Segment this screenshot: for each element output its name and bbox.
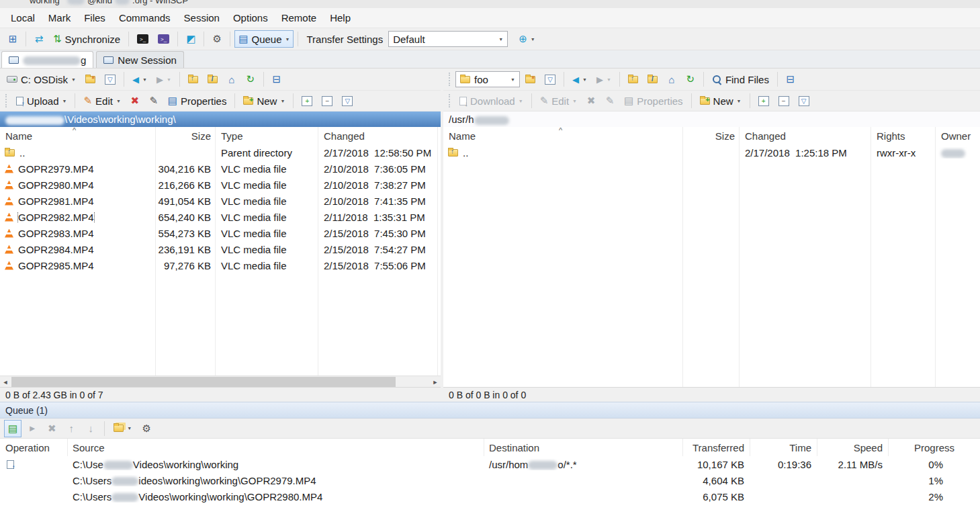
file-row[interactable]: GOPR2980.MP4216,266 KBVLC media file2/10… <box>0 177 441 193</box>
synchronize-button[interactable]: ⇅Synchronize <box>49 30 124 48</box>
remote-unselect-files-button[interactable]: − <box>774 92 793 109</box>
local-column-changed[interactable]: Changed <box>318 130 441 142</box>
transfer-options-button[interactable]: ⊕▼ <box>515 30 539 48</box>
local-column-name[interactable]: Name <box>0 130 155 142</box>
session-tab-active[interactable]: g <box>1 51 93 68</box>
open-terminal-button[interactable]: >_ <box>133 30 152 48</box>
queue-header[interactable]: Queue (1) <box>0 402 980 419</box>
local-column-type[interactable]: Type <box>215 130 318 142</box>
unselect-files-button[interactable]: − <box>318 92 337 109</box>
transfer-settings-combobox[interactable]: Default ▼ <box>388 31 508 47</box>
queue-column-operation[interactable]: Operation <box>0 442 67 453</box>
queue-column-transferred[interactable]: Transferred <box>682 442 750 453</box>
find-files-button[interactable]: Find Files <box>708 71 773 88</box>
file-row[interactable]: GOPR2981.MP4491,054 KBVLC media file2/10… <box>0 193 441 209</box>
file-row[interactable]: GOPR2979.MP4304,216 KBVLC media file2/10… <box>0 161 441 177</box>
menu-help[interactable]: Help <box>323 9 357 27</box>
remote-parent-directory-button[interactable] <box>624 71 642 88</box>
local-drive-selector[interactable]: C: OSDisk▼ <box>3 71 80 88</box>
properties-button[interactable]: ▤Properties <box>164 92 231 109</box>
queue-toggle-button[interactable]: ▤Queue▼ <box>234 30 294 48</box>
delete-button[interactable]: ✖ <box>126 92 144 109</box>
file-row[interactable]: GOPR2982.MP4654,240 KBVLC media file2/11… <box>0 209 441 225</box>
queue-column-time[interactable]: Time <box>750 442 817 453</box>
queue-move-up-button[interactable]: ↑ <box>62 420 80 437</box>
remote-refresh-button[interactable]: ↻ <box>682 71 699 88</box>
remote-edit-alternative-button[interactable]: ✎ <box>601 92 619 109</box>
local-root-directory-button[interactable] <box>204 71 222 88</box>
local-forward-button[interactable]: ▶▼ <box>152 71 175 88</box>
new-session-button[interactable]: ⊞ <box>4 30 21 48</box>
local-open-directory-button[interactable] <box>81 71 99 88</box>
scrollbar-thumb[interactable] <box>11 377 396 387</box>
local-back-button[interactable]: ◀▼ <box>128 71 151 88</box>
remote-column-name[interactable]: Name <box>443 130 682 142</box>
scroll-right-arrow[interactable]: ► <box>430 377 441 387</box>
file-row[interactable]: GOPR2983.MP4554,273 KBVLC media file2/15… <box>0 225 441 241</box>
local-refresh-button[interactable]: ↻ <box>242 71 259 88</box>
remote-selection-filter-button[interactable]: ▽ <box>795 92 813 109</box>
local-column-size[interactable]: Size <box>155 130 215 142</box>
remote-directory-selector[interactable]: foo ▼ <box>455 71 520 87</box>
new-button[interactable]: New▼ <box>239 92 289 109</box>
synchronize-browsing-button[interactable]: ⇄ <box>30 30 48 48</box>
queue-move-down-button[interactable]: ↓ <box>82 420 99 437</box>
menu-session[interactable]: Session <box>177 9 226 27</box>
queue-column-source[interactable]: Source <box>67 442 484 453</box>
queue-column-speed[interactable]: Speed <box>817 442 888 453</box>
upload-button[interactable]: Upload▼ <box>12 92 71 109</box>
remote-home-directory-button[interactable]: ⌂ <box>663 71 680 88</box>
local-path-bar[interactable]: \Videos\working\working\ <box>0 111 441 127</box>
remote-delete-button[interactable]: ✖ <box>582 92 600 109</box>
local-home-directory-button[interactable]: ⌂ <box>223 71 240 88</box>
queue-resume-button[interactable]: ► <box>24 420 41 437</box>
menu-options[interactable]: Options <box>226 9 275 27</box>
remote-column-changed[interactable]: Changed <box>739 130 871 142</box>
remote-new-button[interactable]: New▼ <box>696 92 746 109</box>
menu-commands[interactable]: Commands <box>112 9 177 27</box>
edit-alternative-button[interactable]: ✎ <box>145 92 163 109</box>
file-row[interactable]: GOPR2985.MP497,276 KBVLC media file2/15/… <box>0 257 441 273</box>
local-horizontal-scrollbar[interactable]: ◄ ► <box>0 376 441 387</box>
file-row[interactable]: ..2/17/2018 1:25:18 PMrwxr-xr-x <box>443 144 980 161</box>
edit-button[interactable]: ✎Edit▼ <box>79 92 124 109</box>
local-parent-directory-button[interactable] <box>184 71 202 88</box>
queue-preferences-button[interactable]: ⚙ <box>138 420 155 437</box>
remote-column-rights[interactable]: Rights <box>871 130 935 142</box>
remote-column-owner[interactable]: Owner <box>935 130 980 142</box>
preferences-button[interactable]: ⚙ <box>208 30 226 48</box>
open-shell-button[interactable]: ◩ <box>182 30 199 48</box>
remote-path-bar[interactable]: /usr/h <box>443 111 980 127</box>
remote-tree-button[interactable]: ⊟ <box>782 71 799 88</box>
remote-open-directory-button[interactable] <box>521 71 539 88</box>
remote-select-files-button[interactable]: + <box>754 92 773 109</box>
local-filter-button[interactable]: ▽ <box>101 71 120 88</box>
remote-column-size[interactable]: Size <box>682 130 739 142</box>
menu-mark[interactable]: Mark <box>42 9 77 27</box>
queue-row[interactable]: C:\Usersideos\working\working\GOPR2979.M… <box>0 472 980 488</box>
download-button[interactable]: Download▼ <box>455 92 527 109</box>
menu-remote[interactable]: Remote <box>275 9 324 27</box>
scroll-left-arrow[interactable]: ◄ <box>0 377 11 387</box>
queue-show-button[interactable]: ▤ <box>4 420 21 437</box>
remote-filter-button[interactable]: ▽ <box>541 71 560 88</box>
file-row[interactable]: GOPR2984.MP4236,191 KBVLC media file2/15… <box>0 241 441 257</box>
queue-row[interactable]: C:\UsersVideos\working\working\GOPR2980.… <box>0 488 980 505</box>
local-tree-button[interactable]: ⊟ <box>268 71 285 88</box>
file-row[interactable]: ..Parent directory2/17/2018 12:58:50 PM <box>0 144 441 161</box>
remote-back-button[interactable]: ◀▼ <box>568 71 591 88</box>
queue-column-destination[interactable]: Destination <box>484 442 682 453</box>
menu-files[interactable]: Files <box>77 9 112 27</box>
menu-local[interactable]: Local <box>4 9 42 27</box>
queue-operations-button[interactable]: ▼ <box>109 420 136 437</box>
queue-row[interactable]: C:\UseVideos\working\working/usr/homo/*.… <box>0 456 980 472</box>
select-files-button[interactable]: + <box>298 92 316 109</box>
remote-properties-button[interactable]: ▤Properties <box>620 92 687 109</box>
remote-forward-button[interactable]: ▶▼ <box>592 71 615 88</box>
new-session-tab[interactable]: New Session <box>96 51 184 68</box>
queue-delete-button[interactable]: ✖ <box>43 420 60 437</box>
remote-root-directory-button[interactable] <box>643 71 662 88</box>
selection-filter-button[interactable]: ▽ <box>338 92 357 109</box>
remote-edit-button[interactable]: ✎Edit▼ <box>536 92 581 109</box>
queue-column-progress[interactable]: Progress <box>888 442 980 453</box>
